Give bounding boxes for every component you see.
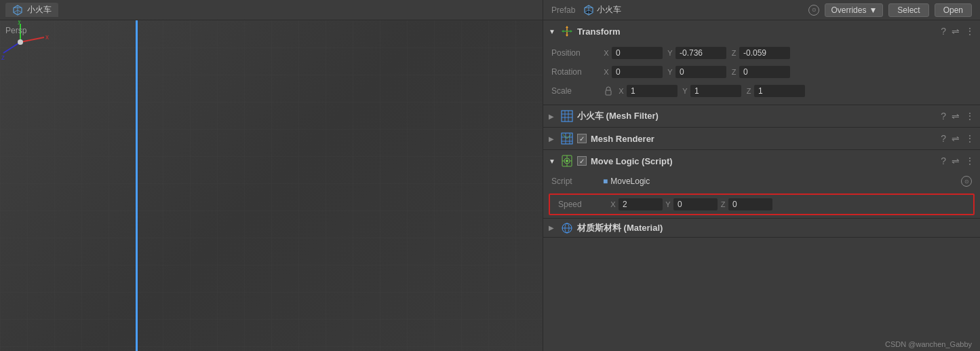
transform-collapse-icon: ▼ bbox=[549, 28, 557, 35]
bottom-collapse-icon: ▶ bbox=[549, 224, 557, 232]
svg-marker-11 bbox=[566, 35, 568, 37]
position-y-label: Y bbox=[667, 49, 673, 57]
mesh-renderer-header[interactable]: ▶ ✓ Mesh Renderer ? ⇌ ⋮ bbox=[543, 128, 980, 149]
overrides-dropdown[interactable]: Overrides ▼ bbox=[825, 3, 883, 17]
speed-z-label: Z bbox=[720, 200, 726, 208]
mesh-filter-help-icon[interactable]: ? bbox=[941, 111, 946, 122]
svg-line-1 bbox=[20, 37, 44, 42]
move-logic-help-icon[interactable]: ? bbox=[941, 155, 946, 166]
svg-point-27 bbox=[566, 160, 568, 162]
move-logic-header[interactable]: ▼ ✓ Move Logic (Script) ? ⇌ ⋮ bbox=[543, 150, 980, 172]
scene-tab-label: 小火车 bbox=[27, 4, 52, 16]
rotation-z-group: Z bbox=[730, 66, 790, 78]
transform-body: Position X Y Z Rotation X bbox=[543, 42, 980, 105]
speed-x-label: X bbox=[610, 200, 616, 208]
move-logic-checkbox[interactable]: ✓ bbox=[577, 156, 587, 166]
script-row: Script ■ MoveLogic ⊙ bbox=[543, 172, 980, 191]
prefab-cube-icon bbox=[583, 5, 594, 16]
move-logic-title: Move Logic (Script) bbox=[591, 156, 937, 166]
script-value: ■ MoveLogic bbox=[603, 177, 957, 186]
transform-help-icon[interactable]: ? bbox=[941, 26, 946, 37]
svg-marker-12 bbox=[562, 30, 564, 33]
mesh-renderer-icon bbox=[561, 132, 573, 145]
scale-lock-icon bbox=[603, 86, 614, 96]
mesh-filter-header[interactable]: ▶ 小火车 (Mesh Filter) ? ⇌ ⋮ bbox=[543, 105, 980, 127]
mesh-renderer-more-icon[interactable]: ⋮ bbox=[965, 133, 975, 144]
rotation-x-group: X bbox=[603, 66, 663, 78]
scene-tab[interactable]: 小火车 bbox=[5, 3, 58, 17]
svg-rect-0 bbox=[0, 20, 543, 351]
mesh-filter-more-icon[interactable]: ⋮ bbox=[965, 111, 975, 122]
position-z-group: Z bbox=[730, 47, 790, 59]
svg-line-5 bbox=[3, 42, 20, 53]
transform-actions: ? ⇌ ⋮ bbox=[941, 26, 975, 37]
speed-x-input[interactable] bbox=[619, 198, 663, 210]
script-label: Script bbox=[551, 177, 599, 186]
move-logic-more-icon[interactable]: ⋮ bbox=[965, 155, 975, 166]
mesh-renderer-actions: ? ⇌ ⋮ bbox=[941, 133, 975, 144]
transform-header[interactable]: ▼ Transform ? ⇌ ⋮ bbox=[543, 20, 980, 42]
svg-text:z: z bbox=[1, 54, 5, 61]
svg-text:x: x bbox=[45, 33, 49, 41]
position-x-group: X bbox=[603, 47, 663, 59]
inspector-panel: Prefab 小火车 ⊙ Overrides ▼ Select Open ▼ bbox=[543, 0, 980, 351]
open-button[interactable]: Open bbox=[935, 3, 972, 17]
position-x-input[interactable] bbox=[612, 47, 663, 59]
speed-x-group: X bbox=[610, 198, 663, 210]
speed-row: Speed X Y Z bbox=[549, 193, 975, 215]
mesh-renderer-title: Mesh Renderer bbox=[591, 134, 937, 144]
bottom-component-title: 材质斯材料 (Material) bbox=[577, 222, 975, 234]
transform-icon bbox=[561, 25, 573, 37]
script-target-icon[interactable]: ⊙ bbox=[961, 176, 972, 187]
scale-y-input[interactable] bbox=[690, 85, 741, 97]
svg-rect-15 bbox=[562, 111, 572, 122]
speed-z-input[interactable] bbox=[728, 198, 772, 210]
scene-panel: 小火车 x y z bbox=[0, 0, 543, 351]
svg-point-7 bbox=[18, 39, 23, 45]
transform-settings-icon[interactable]: ⇌ bbox=[952, 26, 960, 37]
mesh-renderer-collapse-icon: ▶ bbox=[549, 135, 557, 143]
move-logic-settings-icon[interactable]: ⇌ bbox=[952, 155, 960, 166]
speed-y-input[interactable] bbox=[673, 198, 718, 210]
mesh-renderer-checkbox[interactable]: ✓ bbox=[577, 134, 587, 143]
scale-y-label: Y bbox=[682, 87, 688, 95]
scale-x-input[interactable] bbox=[627, 85, 678, 97]
mesh-renderer-settings-icon[interactable]: ⇌ bbox=[952, 133, 960, 144]
prefab-name-text: 小火车 bbox=[597, 4, 621, 16]
position-z-input[interactable] bbox=[739, 47, 790, 59]
rotation-y-group: Y bbox=[667, 66, 726, 78]
target-icon[interactable]: ⊙ bbox=[808, 5, 819, 16]
svg-rect-14 bbox=[606, 90, 611, 95]
vertical-line bbox=[136, 20, 138, 351]
position-y-group: Y bbox=[667, 47, 726, 59]
grid-overlay bbox=[0, 20, 543, 351]
scale-x-group: X bbox=[618, 85, 678, 97]
move-logic-collapse-icon: ▼ bbox=[549, 158, 557, 165]
prefab-label: Prefab bbox=[551, 5, 575, 15]
dropdown-arrow-icon: ▼ bbox=[869, 5, 877, 15]
scene-content[interactable]: x y z Persp bbox=[0, 20, 543, 351]
rotation-z-input[interactable] bbox=[739, 66, 790, 78]
mesh-renderer-help-icon[interactable]: ? bbox=[941, 133, 946, 144]
mesh-renderer-section: ▶ ✓ Mesh Renderer ? ⇌ ⋮ bbox=[543, 128, 980, 150]
mesh-filter-icon bbox=[561, 110, 573, 122]
mesh-filter-collapse-icon: ▶ bbox=[549, 113, 557, 120]
scale-z-label: Z bbox=[745, 87, 752, 95]
rotation-y-label: Y bbox=[667, 68, 673, 76]
scale-z-input[interactable] bbox=[754, 85, 805, 97]
move-logic-icon bbox=[561, 155, 573, 167]
watermark: CSDN @wanchen_Gabby bbox=[885, 340, 972, 348]
transform-more-icon[interactable]: ⋮ bbox=[965, 26, 975, 37]
position-y-input[interactable] bbox=[675, 47, 726, 59]
rotation-y-input[interactable] bbox=[675, 66, 726, 78]
persp-label: Persp bbox=[5, 26, 26, 35]
rotation-x-input[interactable] bbox=[612, 66, 663, 78]
script-name: MoveLogic bbox=[610, 177, 650, 186]
mesh-filter-settings-icon[interactable]: ⇌ bbox=[952, 111, 960, 122]
speed-y-label: Y bbox=[665, 200, 671, 208]
select-button[interactable]: Select bbox=[888, 3, 928, 17]
bottom-component-row: ▶ 材质斯材料 (Material) bbox=[543, 219, 980, 238]
overrides-label: Overrides bbox=[831, 5, 866, 15]
position-row: Position X Y Z bbox=[551, 45, 972, 61]
scale-z-group: Z bbox=[745, 85, 805, 97]
